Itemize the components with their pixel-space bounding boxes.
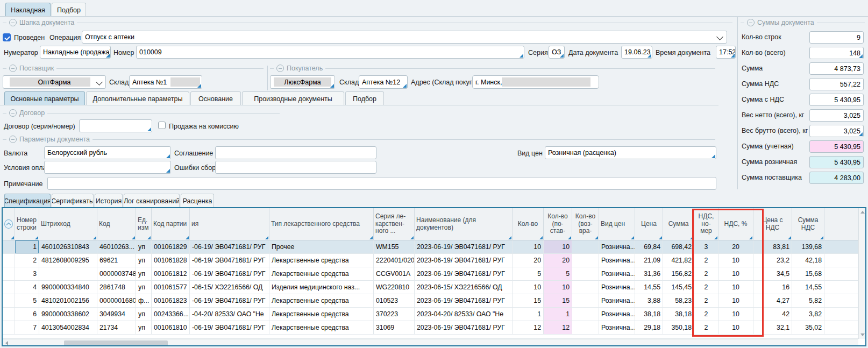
cell-drug-type[interactable]: Лекарственные средства [269, 254, 374, 267]
total-field-sum-vat[interactable]: 557,22 [809, 78, 864, 90]
total-field-sum-retail[interactable]: 5 430,95 [809, 156, 864, 168]
vertical-scrollbar[interactable] [858, 208, 866, 339]
cell-drug-series[interactable]: 31069 [374, 321, 415, 335]
cell-code[interactable]: 69621 [97, 254, 136, 267]
cell-tail[interactable] [824, 294, 858, 308]
cell-qty-returned[interactable] [572, 321, 599, 335]
cell-qty-supplied[interactable]: 1 [544, 308, 572, 321]
supplier-sklad-field[interactable]: Аптека №1 [129, 75, 202, 89]
cell-sum-vat[interactable]: 42,18 [792, 254, 824, 267]
cell-row-number[interactable]: 6 [15, 308, 39, 321]
operation-combobox[interactable]: Отпуск с аптеки [82, 31, 727, 44]
cell-drug-type[interactable]: Лекарственные средства [269, 294, 374, 308]
cell-unit[interactable]: уп [136, 321, 152, 335]
cell-sum-vat[interactable]: 3,82 [792, 308, 824, 321]
cell-iya[interactable]: -06-19/ ЭВ0471681/ РУГ [190, 294, 269, 308]
cell-barcode[interactable] [39, 267, 97, 281]
cell-tail[interactable] [824, 281, 858, 294]
cell-qty[interactable]: 20 [513, 254, 544, 267]
col-header-iya[interactable]: ия [190, 208, 269, 240]
sort-icon[interactable] [4, 219, 13, 229]
cell-qty-supplied[interactable]: 5 [544, 267, 572, 281]
tab-dopolnitelnye-parametry[interactable]: Дополнительные параметры [86, 91, 189, 105]
cell-vat-number[interactable]: 2 [694, 267, 718, 281]
cell-sum[interactable]: 38,18 [663, 308, 694, 321]
cell-row-number[interactable]: 4 [15, 281, 39, 294]
price-type-field[interactable]: Розничная (расценка) [545, 146, 716, 159]
buyer-sklad-field[interactable]: Аптека №12 [359, 75, 408, 89]
cell-selector[interactable] [3, 267, 15, 281]
cell-qty-supplied[interactable]: 20 [544, 254, 572, 267]
cell-iya[interactable]: -06-19/ ЭВ0471681/ РУГ [190, 254, 269, 267]
number-field[interactable]: 010009 [136, 46, 524, 59]
cell-price-type[interactable]: Рознична... [599, 321, 635, 335]
tab-sertifikaty[interactable]: Сертификаты [52, 194, 94, 208]
proveden-checkbox[interactable] [3, 33, 11, 41]
cell-price-with-vat[interactable]: 42 [753, 308, 792, 321]
cell-tail[interactable] [824, 240, 858, 254]
cell-iya[interactable]: -06-15/ ХЭ2216566/ ОД [190, 281, 269, 294]
cell-unit[interactable]: уп [136, 308, 152, 321]
cell-batch-code[interactable]: 001061823 [152, 294, 190, 308]
cell-price[interactable]: 21,09 [635, 254, 663, 267]
cell-barcode[interactable]: 4013054002834 [39, 321, 97, 335]
cell-vat-number[interactable]: 2 [694, 321, 718, 335]
cell-price[interactable]: 29,18 [635, 321, 663, 335]
cell-qty-returned[interactable] [572, 267, 599, 281]
buyer-button[interactable]: ЛюксФарма [270, 75, 335, 89]
cell-code[interactable]: 2861748 [97, 281, 136, 294]
cell-doc-name[interactable]: 2023-04-20/ 82533/ ОАО "Не [415, 308, 513, 321]
collapse-icon[interactable] [276, 65, 284, 72]
dogovor-number-field[interactable] [79, 119, 152, 132]
cell-sum[interactable]: 421,82 [663, 254, 694, 267]
cell-qty[interactable]: 1 [513, 308, 544, 321]
cell-batch-code[interactable]: 001061828 [152, 254, 190, 267]
numerator-field[interactable]: Накладные (продажа) [40, 46, 111, 59]
col-header-vat-number[interactable]: НДС, но-мер [694, 208, 718, 240]
cell-qty[interactable]: 5 [513, 267, 544, 281]
cell-vat-percent[interactable]: 10 [718, 321, 753, 335]
cell-drug-series[interactable]: WM155 [374, 240, 415, 254]
cell-sum-vat[interactable]: 14,55 [792, 281, 824, 294]
cell-vat-number[interactable]: 2 [694, 281, 718, 294]
cell-price[interactable]: 38,18 [635, 308, 663, 321]
cell-price-type[interactable]: Рознична... [599, 240, 635, 254]
total-field-rows-count[interactable]: 9 [809, 31, 864, 44]
cell-iya[interactable]: -06-19/ ЭВ0471681/ РУГ [190, 267, 269, 281]
cell-row-number[interactable]: 2 [15, 254, 39, 267]
cell-price-with-vat[interactable]: 23,2 [753, 254, 792, 267]
currency-field[interactable]: Белорусский рубль [44, 146, 171, 159]
cell-batch-code[interactable]: 001061812 [152, 267, 190, 281]
col-header-sum-vat[interactable]: Сумма НДС [792, 208, 824, 240]
cell-selector[interactable] [3, 308, 15, 321]
cell-doc-name[interactable]: 2023-06-19/ ЭВ0471681/ РУГ [415, 267, 513, 281]
total-field-net-weight[interactable]: 3,025 [809, 109, 864, 122]
cell-barcode[interactable]: 4812608009295 [39, 254, 97, 267]
tab-proizvodnye-dokumenty[interactable]: Производные документы [242, 91, 344, 105]
cell-price-with-vat[interactable]: 83,81 [753, 240, 792, 254]
col-header-doc-name[interactable]: Наименование (для документов) [415, 208, 513, 240]
cell-unit[interactable]: уп [136, 267, 152, 281]
cell-row-number[interactable]: 5 [15, 294, 39, 308]
cell-tail[interactable] [824, 267, 858, 281]
cell-drug-type[interactable]: Лекарственные средства [269, 321, 374, 335]
cell-sum[interactable]: 58,23 [663, 294, 694, 308]
commission-checkbox[interactable] [158, 122, 166, 129]
col-header-price-with-vat[interactable]: Цена с НДС [753, 208, 792, 240]
cell-qty-supplied[interactable]: 12 [544, 321, 572, 335]
cell-code[interactable]: 46010263... [97, 240, 136, 254]
note-field[interactable] [47, 177, 716, 190]
cell-code[interactable]: 21734 [97, 321, 136, 335]
tab-osnovnye-parametry[interactable]: Основные параметры [4, 91, 85, 105]
cell-sum-vat[interactable]: 15,68 [792, 267, 824, 281]
cell-barcode[interactable]: 4810201002156 [39, 294, 97, 308]
supplier-combobox[interactable]: ОптФарма [3, 75, 106, 89]
cell-doc-name[interactable]: 2023-06-19/ ЭВ0471681/ РУГ [415, 240, 513, 254]
cell-price-with-vat[interactable]: 34,5 [753, 267, 792, 281]
cell-qty[interactable]: 10 [513, 281, 544, 294]
cell-vat-percent[interactable]: 20 [718, 240, 753, 254]
cell-doc-name[interactable]: 2023-06-19/ ЭВ0471681/ РУГ [415, 321, 513, 335]
cell-tail[interactable] [824, 308, 858, 321]
cell-sum-vat[interactable]: 35,02 [792, 321, 824, 335]
cell-row-number[interactable]: 3 [15, 267, 39, 281]
